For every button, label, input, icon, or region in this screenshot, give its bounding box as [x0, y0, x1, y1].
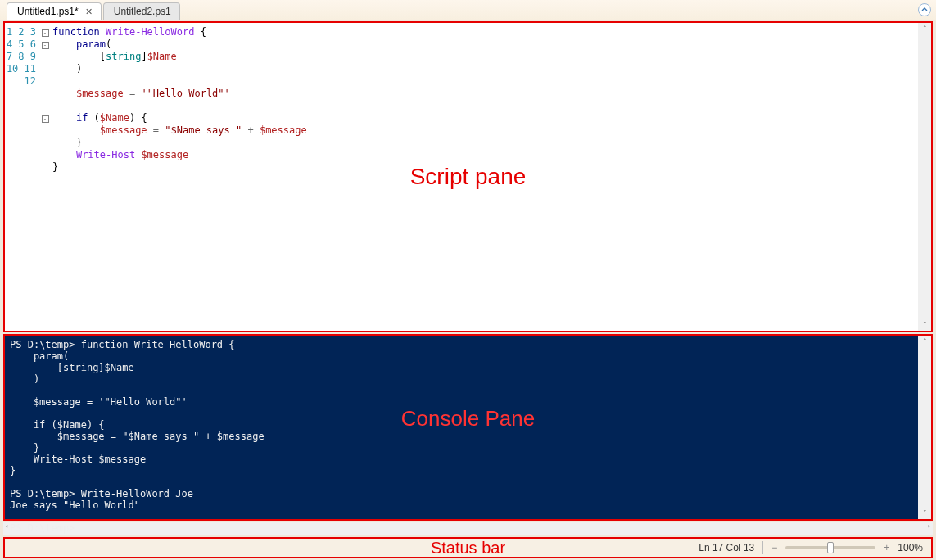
console-output[interactable]: PS D:\temp> function Write-HelloWord { p… [5, 336, 918, 519]
zoom-thumb[interactable] [827, 542, 834, 553]
tab-label: Untitled2.ps1 [114, 6, 171, 17]
annotation-status-bar: Status bar [431, 539, 505, 558]
vertical-scrollbar[interactable]: ˄ ˅ [918, 23, 931, 331]
tab-untitled2[interactable]: Untitled2.ps1 [103, 2, 180, 20]
scroll-down-icon[interactable]: ˅ [923, 321, 927, 329]
close-icon[interactable]: ✕ [85, 7, 93, 17]
zoom-level: 100% [898, 542, 923, 553]
scroll-left-icon[interactable]: ˂ [5, 525, 9, 533]
separator [690, 541, 690, 554]
script-pane: 1 2 3 4 5 6 7 8 9 10 11 12 -- - function… [3, 21, 933, 332]
separator [762, 541, 763, 554]
zoom-slider[interactable] [785, 546, 875, 549]
zoom-in-icon[interactable]: + [884, 542, 889, 553]
collapse-pane-icon[interactable] [918, 3, 931, 16]
vertical-scrollbar[interactable]: ˄ ˅ [918, 336, 931, 519]
line-number-gutter: 1 2 3 4 5 6 7 8 9 10 11 12 [5, 23, 39, 331]
cursor-position: Ln 17 Col 13 [699, 542, 754, 553]
code-editor[interactable]: function Write-HelloWord { param( [strin… [51, 23, 918, 331]
scroll-up-icon[interactable]: ˄ [923, 25, 927, 33]
scroll-up-icon[interactable]: ˄ [923, 337, 927, 345]
tab-untitled1[interactable]: Untitled1.ps1* ✕ [7, 2, 102, 20]
horizontal-scrollbar[interactable]: ˂ ˃ [3, 522, 933, 535]
status-bar: Status bar Ln 17 Col 13 − + 100% [3, 537, 933, 558]
scroll-down-icon[interactable]: ˅ [923, 509, 927, 517]
fold-gutter: -- - [39, 23, 51, 331]
zoom-out-icon[interactable]: − [771, 542, 777, 553]
console-pane: PS D:\temp> function Write-HelloWord { p… [3, 334, 933, 521]
scroll-right-icon[interactable]: ˃ [927, 525, 931, 533]
tab-bar: Untitled1.ps1* ✕ Untitled2.ps1 [0, 0, 936, 20]
tab-label: Untitled1.ps1* [17, 6, 79, 17]
